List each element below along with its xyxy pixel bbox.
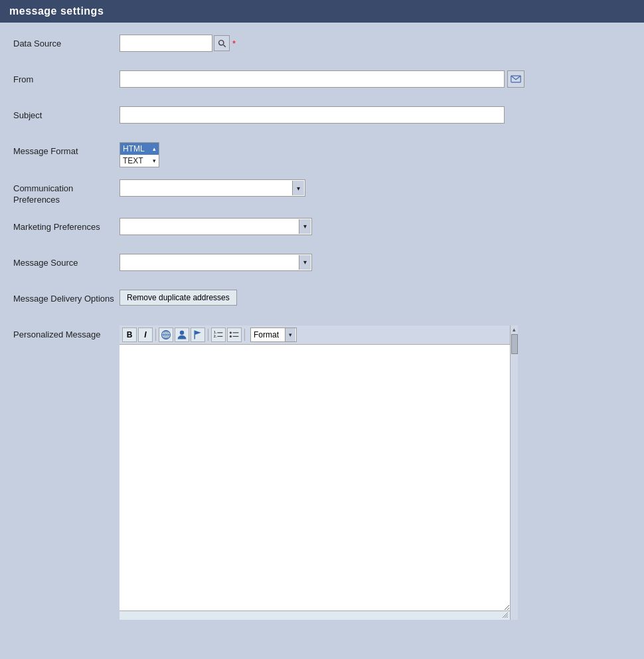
message-source-controls: ▾: [120, 254, 631, 271]
scroll-down-icon: ▾: [153, 157, 156, 164]
svg-point-7: [180, 330, 184, 334]
form-body: Data Source * From: [0, 23, 644, 645]
page-title: message settings: [9, 5, 104, 17]
svg-line-20: [507, 616, 508, 618]
subject-input[interactable]: [120, 106, 505, 124]
format-dropdown-wrap: Format ▾: [250, 328, 297, 342]
message-format-html-option[interactable]: HTML ▴: [120, 143, 159, 155]
from-row: From: [13, 70, 631, 94]
subject-controls: [120, 106, 631, 124]
subject-row: Subject: [13, 106, 631, 130]
editor-outer: B I: [120, 326, 518, 620]
person-button[interactable]: [175, 328, 189, 342]
editor-scrollbar[interactable]: ▴: [510, 326, 518, 620]
page-header: message settings: [0, 0, 644, 23]
from-label: From: [13, 70, 120, 86]
scroll-up-arrow[interactable]: ▴: [513, 326, 516, 333]
marketing-preferences-row: Marketing Preferences ▾: [13, 218, 631, 242]
personalized-message-row: Personalized Message B I: [13, 326, 631, 620]
ordered-list-button[interactable]: 1. 2.: [211, 328, 226, 342]
data-source-label: Data Source: [13, 35, 120, 50]
from-input[interactable]: [120, 70, 505, 88]
message-source-select-wrap: ▾: [120, 254, 312, 271]
search-icon: [218, 39, 226, 48]
communication-preferences-select[interactable]: [120, 179, 305, 197]
svg-line-1: [223, 45, 225, 47]
communication-preferences-label: Communication Preferences: [13, 179, 120, 206]
format-select[interactable]: Format: [250, 328, 297, 342]
personalized-message-label: Personalized Message: [13, 326, 120, 341]
message-source-label: Message Source: [13, 254, 120, 269]
remove-duplicate-addresses-button[interactable]: Remove duplicate addresses: [120, 290, 237, 306]
message-delivery-options-row: Message Delivery Options Remove duplicat…: [13, 290, 631, 314]
data-source-row: Data Source *: [13, 35, 631, 58]
scroll-up-icon: ▴: [153, 145, 156, 152]
data-source-controls: *: [120, 35, 631, 52]
marketing-preferences-controls: ▾: [120, 218, 631, 235]
flag-icon: [193, 330, 203, 340]
message-format-listbox[interactable]: HTML ▴ TEXT ▾: [120, 142, 159, 167]
message-source-select[interactable]: [120, 254, 312, 271]
toolbar-separator-1: [155, 329, 156, 341]
communication-preferences-select-wrap: ▾: [120, 179, 305, 197]
svg-point-14: [230, 331, 232, 333]
marketing-preferences-select-wrap: ▾: [120, 218, 312, 235]
marketing-preferences-select[interactable]: [120, 218, 312, 235]
globe-icon: [161, 330, 171, 340]
from-email-button[interactable]: [507, 70, 524, 88]
italic-button[interactable]: I: [138, 328, 153, 342]
link-button[interactable]: [159, 328, 173, 342]
svg-marker-9: [195, 330, 201, 334]
communication-preferences-row: Communication Preferences ▾: [13, 179, 631, 206]
personalized-message-controls: B I: [120, 326, 631, 620]
svg-point-15: [230, 335, 232, 337]
svg-point-0: [218, 40, 223, 45]
message-format-text-option[interactable]: TEXT ▾: [120, 155, 159, 167]
resize-icon: [502, 612, 509, 618]
message-delivery-options-controls: Remove duplicate addresses: [120, 290, 631, 306]
scrollbar-thumb[interactable]: [511, 334, 518, 354]
unordered-list-icon: [229, 330, 240, 340]
from-controls: [120, 70, 631, 88]
toolbar-separator-2: [208, 329, 208, 341]
marketing-preferences-label: Marketing Preferences: [13, 218, 120, 233]
data-source-search-button[interactable]: [214, 35, 230, 51]
message-format-row: Message Format HTML ▴ TEXT ▾: [13, 142, 631, 167]
message-delivery-options-label: Message Delivery Options: [13, 290, 120, 305]
data-source-input[interactable]: [120, 35, 212, 52]
editor-resize-handle: [120, 611, 510, 620]
subject-label: Subject: [13, 106, 120, 122]
message-format-label: Message Format: [13, 142, 120, 157]
message-format-controls: HTML ▴ TEXT ▾: [120, 142, 631, 167]
envelope-icon: [511, 75, 521, 83]
person-icon: [177, 330, 187, 340]
toolbar-separator-3: [244, 329, 245, 341]
flag-button[interactable]: [191, 328, 205, 342]
unordered-list-button[interactable]: [227, 328, 242, 342]
message-source-row: Message Source ▾: [13, 254, 631, 278]
page-wrapper: message settings Data Source * From: [0, 0, 644, 659]
communication-preferences-controls: ▾: [120, 179, 631, 197]
svg-text:2.: 2.: [214, 334, 217, 338]
editor-toolbar: B I: [120, 326, 510, 345]
bold-button[interactable]: B: [122, 328, 137, 342]
editor-textarea[interactable]: [120, 345, 510, 611]
ordered-list-icon: 1. 2.: [213, 330, 224, 340]
editor-main: B I: [120, 326, 510, 620]
required-indicator: *: [232, 39, 236, 48]
